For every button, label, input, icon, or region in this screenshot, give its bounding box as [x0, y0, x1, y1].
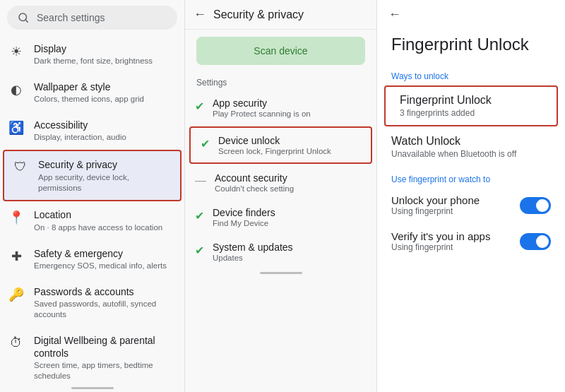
display-text: Display Dark theme, font size, brightnes…: [34, 42, 153, 66]
account-security-status-icon: —: [195, 174, 206, 187]
app-security-status-icon: ✔: [195, 100, 204, 113]
middle-item-system-updates[interactable]: ✔ System & updates Updates: [185, 234, 376, 269]
sidebar-item-wallpaper[interactable]: ◐ Wallpaper & style Colors, themed icons…: [0, 73, 184, 112]
left-items-list: ☀ Display Dark theme, font size, brightn…: [0, 35, 184, 384]
wallpaper-icon: ◐: [8, 82, 24, 97]
fingerprint-unlock-title: Fingerprint Unlock: [377, 29, 565, 66]
location-icon: 📍: [8, 210, 24, 225]
sidebar-item-accessibility[interactable]: ♿ Accessibility Display, interaction, au…: [0, 112, 184, 150]
svg-line-1: [25, 20, 28, 22]
sidebar-item-display[interactable]: ☀ Display Dark theme, font size, brightn…: [0, 35, 184, 73]
accessibility-icon: ♿: [8, 120, 24, 136]
right-header: ←: [377, 0, 565, 29]
sidebar-item-location[interactable]: 📍 Location On · 8 apps have access to lo…: [0, 201, 184, 239]
use-fingerprint-label: Use fingerprint or watch to: [377, 166, 565, 187]
search-bar[interactable]: Search settings: [7, 6, 177, 30]
middle-back-button[interactable]: ←: [194, 7, 206, 22]
middle-panel-title: Security & privacy: [213, 8, 304, 21]
middle-item-account-security[interactable]: — Account security Couldn't check settin…: [185, 165, 376, 200]
ways-to-unlock-label: Ways to unlock: [377, 66, 565, 84]
unlock-phone-toggle[interactable]: [520, 197, 551, 214]
system-updates-status-icon: ✔: [195, 244, 204, 257]
display-icon: ☀: [8, 44, 24, 59]
verify-apps-toggle-row: Verify it's you in apps Using fingerprin…: [377, 223, 565, 259]
verify-apps-toggle[interactable]: [520, 233, 551, 250]
sidebar-item-passwords[interactable]: 🔑 Passwords & accounts Saved passwords, …: [0, 278, 184, 327]
search-placeholder: Search settings: [37, 12, 105, 23]
search-icon: [17, 11, 30, 24]
middle-item-app-security[interactable]: ✔ App security Play Protect scanning is …: [185, 90, 376, 125]
left-panel: Search settings ☀ Display Dark theme, fo…: [0, 0, 185, 392]
sidebar-item-security[interactable]: 🛡 Security & privacy App security, devic…: [3, 150, 182, 201]
middle-item-device-unlock[interactable]: ✔ Device unlock Screen lock, Fingerprint…: [189, 126, 372, 164]
unlock-phone-toggle-row: Unlock your phone Using fingerprint: [377, 187, 565, 223]
middle-header: ← Security & privacy: [185, 0, 376, 30]
digital-wellbeing-icon: ⏱: [8, 335, 24, 350]
middle-scroll-indicator: [260, 272, 302, 274]
right-panel: ← Fingerprint Unlock Ways to unlock Fing…: [377, 0, 565, 392]
sidebar-item-digital-wellbeing[interactable]: ⏱ Digital Wellbeing & parental controls …: [0, 327, 184, 384]
safety-icon: ✚: [8, 249, 24, 264]
middle-section-label: Settings: [185, 72, 376, 90]
middle-panel: ← Security & privacy Scan device Setting…: [185, 0, 377, 392]
fingerprint-unlock-item[interactable]: Fingerprint Unlock 3 fingerprints added: [384, 85, 558, 126]
right-back-button[interactable]: ←: [388, 7, 401, 22]
watch-unlock-item[interactable]: Watch Unlock Unavailable when Bluetooth …: [377, 128, 565, 166]
security-icon: 🛡: [13, 160, 28, 174]
device-unlock-status-icon: ✔: [201, 137, 210, 150]
scan-device-button[interactable]: Scan device: [196, 37, 365, 65]
passwords-icon: 🔑: [8, 287, 24, 302]
left-scroll-indicator: [71, 387, 114, 389]
device-finders-status-icon: ✔: [195, 209, 204, 222]
sidebar-item-safety[interactable]: ✚ Safety & emergency Emergency SOS, medi…: [0, 240, 184, 278]
svg-point-0: [19, 13, 27, 21]
middle-item-device-finders[interactable]: ✔ Device finders Find My Device: [185, 200, 376, 234]
